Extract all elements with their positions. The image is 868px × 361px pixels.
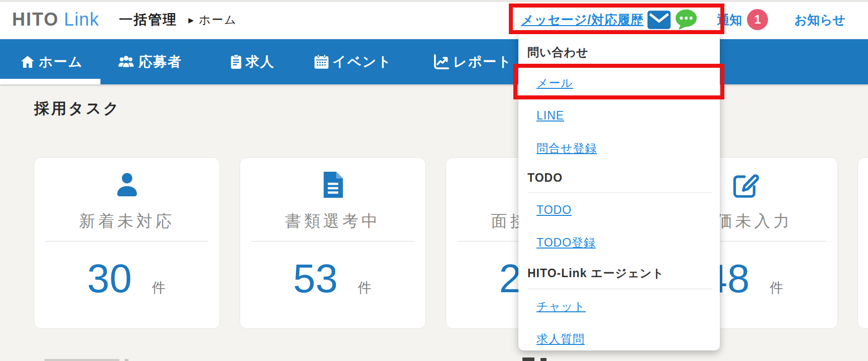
tab-reports[interactable]: レポート [433,39,512,84]
dropdown-item-todo-register[interactable]: TODO登録 [518,226,720,259]
section-title: 採用タスク [34,98,121,119]
breadcrumb-page: ホーム [199,12,237,28]
app-header: HITO Link 一括管理 ▶ ホーム メッセージ/対応履歴 通知 1 お知ら… [0,0,868,39]
hito-link-logo: HITO Link [12,0,99,39]
notifications-link[interactable]: 通知 [717,12,742,28]
home-icon [20,54,35,69]
document-icon [240,170,425,200]
top-hairline [0,0,868,2]
card-value: 53 [293,256,338,302]
dropdown-item-line[interactable]: LINE [518,99,720,132]
tab-label: 求人 [246,53,275,71]
card-value-row: 53 件 [240,256,425,302]
tab-label: イベント [333,53,392,71]
job-clipboard-icon [230,54,242,69]
dropdown-section-header-todo: TODO [518,165,720,191]
cutoff-content-sliver [125,359,129,361]
line-link[interactable]: LINE [536,109,564,123]
card-unit: 件 [770,279,784,297]
main-navbar: ホーム 応募者 求人 イベント レポート [0,39,868,84]
cutoff-heading-sliver [540,358,547,361]
chat-bubble-icon[interactable] [675,9,699,31]
breadcrumb-section: 一括管理 [119,11,177,29]
mail-link[interactable]: メール [536,75,573,91]
tab-applicants[interactable]: 応募者 [117,39,182,84]
active-tab-indicator [0,79,100,84]
dropdown-item-job-question[interactable]: 求人質問 [518,323,720,350]
dropdown-divider [527,289,712,289]
task-card-clipped[interactable] [857,157,868,329]
todo-link[interactable]: TODO [536,203,572,217]
card-divider [251,241,414,242]
card-divider [45,241,208,242]
applicants-people-icon [117,55,135,69]
dropdown-item-mail[interactable]: メール [518,67,720,99]
dropdown-item-inquiry-register[interactable]: 問合せ登録 [518,132,720,165]
card-value: 30 [87,256,132,302]
breadcrumb: 一括管理 ▶ ホーム [119,0,237,39]
breadcrumb-arrow-icon: ▶ [188,16,194,24]
inquiry-register-link[interactable]: 問合せ登録 [536,141,597,156]
messages-history-link[interactable]: メッセージ/対応履歴 [521,12,643,28]
tab-label: レポート [453,53,512,71]
logo-text-link: Link [64,9,99,30]
chat-link[interactable]: チャット [536,299,586,314]
messages-history-dropdown: 問い合わせ メール LINE 問合せ登録 TODO TODO TODO登録 HI… [518,31,720,350]
cutoff-content-sliver [44,359,120,361]
card-unit: 件 [358,279,372,297]
dropdown-item-chat[interactable]: チャット [518,290,720,323]
dropdown-section-header-inquiry: 問い合わせ [518,38,720,67]
tab-jobs[interactable]: 求人 [230,39,275,84]
card-label: 新着未対応 [34,210,220,232]
tab-events[interactable]: イベント [314,39,392,84]
hito-link-home-screen: HITO Link 一括管理 ▶ ホーム メッセージ/対応履歴 通知 1 お知ら… [0,0,868,361]
mail-icon[interactable] [647,11,671,29]
todo-register-link[interactable]: TODO登録 [536,235,596,251]
dropdown-item-todo[interactable]: TODO [518,194,720,226]
card-label: 書類選考中 [240,210,425,232]
cutoff-heading-sliver [522,357,534,361]
news-link[interactable]: お知らせ [794,12,845,28]
tab-home[interactable]: ホーム [20,39,83,84]
card-value-row: 30 件 [34,256,220,302]
task-card-document-screening[interactable]: 書類選考中 53 件 [240,157,426,329]
dropdown-section-header-agent: HITO-Link エージェント [518,259,720,288]
person-icon [34,170,220,200]
dropdown-divider [527,192,712,193]
notification-count-badge[interactable]: 1 [747,9,768,30]
logo-text-hito: HITO [12,9,59,30]
card-unit: 件 [152,279,166,297]
event-calendar-icon [314,54,329,69]
task-card-new-unhandled[interactable]: 新着未対応 30 件 [34,157,220,329]
job-question-link[interactable]: 求人質問 [536,331,585,347]
report-chart-icon [433,54,450,69]
tab-label: 応募者 [139,53,182,71]
tab-label: ホーム [39,53,83,71]
